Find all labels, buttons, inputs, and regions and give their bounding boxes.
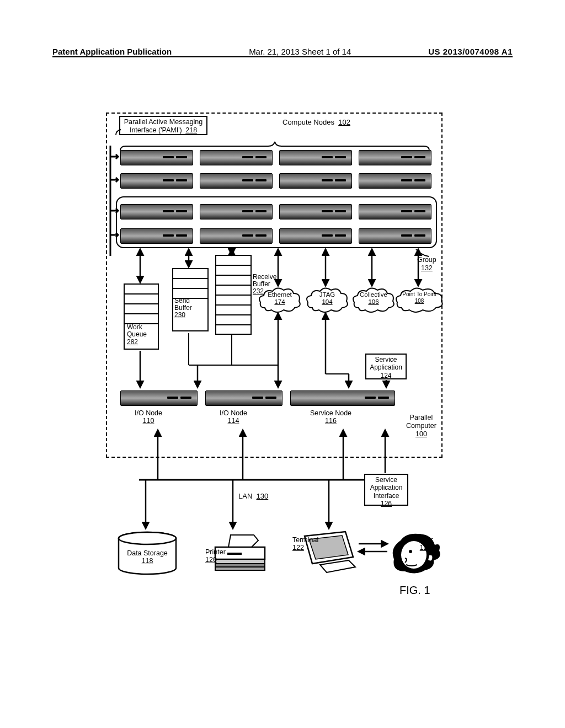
io-node-b-label: I/O Node114 <box>220 409 247 425</box>
pami-label-box: Parallel Active Messaging Interface ('PA… <box>119 116 207 135</box>
service-app-interface-box: Service Application Interface 126 <box>364 474 408 506</box>
compute-node-icon <box>359 150 431 165</box>
compute-node-icon <box>279 150 352 165</box>
compute-node-icon <box>120 150 193 165</box>
io-node-a-text: I/O Node <box>135 409 162 417</box>
io-node-a-icon <box>120 390 198 406</box>
service-app-ref: 124 <box>380 372 391 379</box>
svg-point-28 <box>119 532 176 544</box>
io-node-b-text: I/O Node <box>220 409 247 417</box>
compute-node-icon <box>279 173 352 189</box>
group-outline <box>116 196 437 248</box>
pami-ref: 218 <box>185 126 197 134</box>
work-queue-label: Work Queue <box>127 323 147 339</box>
parallel-comp-text: Parallel Computer <box>406 414 436 430</box>
header-left: Patent Application Publication <box>52 47 172 56</box>
svg-rect-33 <box>227 553 242 555</box>
receive-buffer-box <box>215 255 252 335</box>
compute-nodes-text: Compute Nodes <box>282 118 334 126</box>
pami-leader-icon <box>115 129 121 136</box>
receive-buffer-label: Receive Buffer <box>253 274 276 288</box>
header-center: Mar. 21, 2013 Sheet 1 of 14 <box>249 47 351 56</box>
compute-node-icon <box>200 173 273 189</box>
ethernet-ref: 174 <box>274 298 285 305</box>
page: Patent Application Publication Mar. 21, … <box>0 0 565 728</box>
lan-ref: 130 <box>257 492 269 500</box>
terminal-text: Terminal <box>292 536 318 544</box>
io-node-a-label: I/O Node110 <box>135 409 162 425</box>
jtag-cloud: JTAG104 <box>306 287 349 313</box>
svg-point-35 <box>409 550 412 553</box>
data-storage-text: Data Storage <box>127 549 168 557</box>
compute-node-icon <box>120 173 193 189</box>
compute-row-2 <box>120 173 431 189</box>
user-ref: 128 <box>420 544 431 552</box>
p2p-cloud: Point To Point108 <box>395 287 444 313</box>
service-app-label: Service Application <box>370 356 402 371</box>
service-node-icon <box>290 390 395 406</box>
pami-line2: Interface ('PAMI') <box>130 126 182 134</box>
user-icon <box>388 532 444 576</box>
terminal-user-arrows-icon <box>354 537 393 559</box>
figure-label: FIG. 1 <box>399 584 430 597</box>
send-buffer-ref: 230 <box>174 311 185 319</box>
bottom-nodes-row <box>120 390 395 406</box>
send-buffer-label: Send Buffer <box>174 297 192 312</box>
compute-nodes-ref: 102 <box>338 118 350 126</box>
collective-cloud: Collective106 <box>352 287 395 313</box>
lan-label: LAN 130 <box>238 492 268 500</box>
jtag-label: JTAG <box>319 291 335 298</box>
compute-row-1 <box>120 150 431 165</box>
user-text: User <box>418 536 433 544</box>
header-right: US 2013/0074098 A1 <box>428 47 513 56</box>
io-node-b-ref: 114 <box>228 417 239 425</box>
page-header: Patent Application Publication Mar. 21, … <box>52 47 513 57</box>
work-queue-box: Work Queue 282 <box>124 283 159 350</box>
service-node-ref: 116 <box>325 417 337 425</box>
service-application-box: Service Application 124 <box>365 354 407 379</box>
collective-ref: 106 <box>368 298 379 305</box>
printer-ref: 120 <box>205 556 217 564</box>
svc-app-if-label: Service Application Interface <box>370 476 403 500</box>
terminal-ref: 122 <box>292 544 304 552</box>
io-node-b-icon <box>205 390 282 406</box>
ethernet-label: Ethernet <box>268 291 291 298</box>
compute-node-icon <box>200 150 273 165</box>
data-storage-ref: 118 <box>142 557 153 565</box>
jtag-ref: 104 <box>322 298 332 305</box>
figure-area: Parallel Active Messaging Interface ('PA… <box>106 113 459 576</box>
ethernet-cloud: Ethernet174 <box>258 287 301 313</box>
lan-text: LAN <box>238 492 252 500</box>
work-queue-ref: 282 <box>127 338 138 346</box>
send-buffer-label-wrap: Send Buffer 230 <box>174 297 192 319</box>
io-node-a-ref: 110 <box>143 417 154 425</box>
svc-app-if-ref: 126 <box>381 500 392 507</box>
compute-node-icon <box>359 173 431 189</box>
p2p-label: Point To Point <box>402 291 436 297</box>
printer-text: Printer <box>205 548 226 556</box>
collective-label: Collective <box>360 291 387 298</box>
svg-rect-32 <box>215 567 265 570</box>
service-node-text: Service Node <box>310 409 351 417</box>
data-storage-icon: Data Storage 118 <box>117 532 178 576</box>
p2p-ref: 108 <box>415 298 424 304</box>
service-node-label: Service Node116 <box>310 409 351 425</box>
compute-nodes-label: Compute Nodes 102 <box>282 118 350 126</box>
pami-line1: Parallel Active Messaging <box>124 118 202 126</box>
